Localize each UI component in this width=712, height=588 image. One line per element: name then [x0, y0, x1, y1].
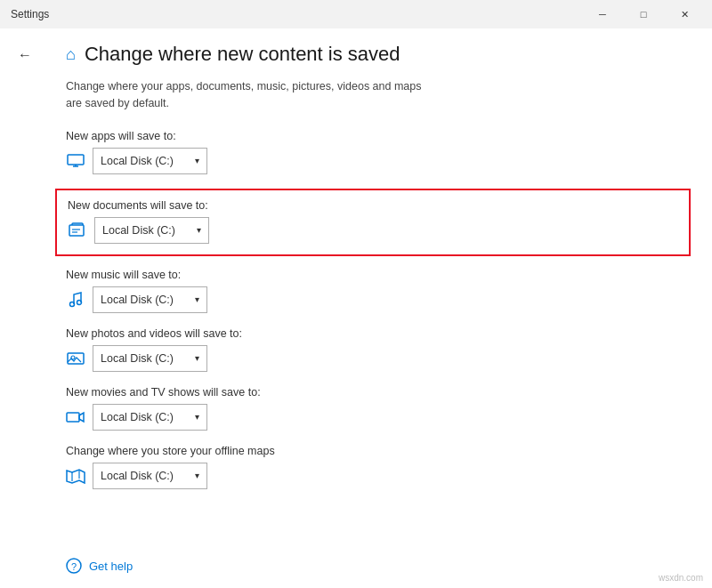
title-bar-controls: ─ □ ✕ [582, 0, 705, 28]
title-bar: Settings ─ □ ✕ [0, 0, 712, 28]
close-button[interactable]: ✕ [664, 0, 705, 28]
help-icon: ? [66, 558, 82, 574]
title-bar-title: Settings [11, 8, 49, 20]
home-icon: ⌂ [66, 45, 76, 64]
music-dropdown[interactable]: Local Disk (C:) ▾ [93, 286, 207, 313]
setting-row-music: New music will save to: Local Disk (C:) … [66, 269, 691, 313]
movies-dropdown-chevron: ▾ [195, 412, 199, 422]
help-section: ? Get help [66, 558, 691, 574]
photos-dropdown-value: Local Disk (C:) [101, 352, 174, 365]
svg-rect-3 [69, 225, 84, 236]
setting-control-movies: Local Disk (C:) ▾ [66, 404, 691, 431]
maps-dropdown-value: Local Disk (C:) [101, 470, 174, 482]
documents-icon [68, 222, 87, 238]
page-title: Change where new content is saved [85, 43, 400, 66]
setting-label-maps: Change where you store your offline maps [66, 445, 691, 457]
svg-point-7 [77, 300, 82, 304]
setting-label-apps: New apps will save to: [66, 130, 691, 142]
setting-row-documents: New documents will save to: Local Disk (… [55, 189, 691, 256]
setting-control-apps: Local Disk (C:) ▾ [66, 148, 691, 174]
documents-dropdown-value: Local Disk (C:) [102, 224, 175, 237]
setting-control-documents: Local Disk (C:) ▾ [68, 217, 678, 244]
get-help-link[interactable]: Get help [89, 560, 133, 573]
apps-dropdown-value: Local Disk (C:) [101, 155, 174, 167]
apps-dropdown-chevron: ▾ [195, 156, 199, 165]
setting-control-music: Local Disk (C:) ▾ [66, 286, 691, 313]
setting-label-documents: New documents will save to: [68, 199, 678, 212]
apps-dropdown[interactable]: Local Disk (C:) ▾ [93, 148, 207, 174]
minimize-button[interactable]: ─ [582, 0, 623, 28]
watermark: wsxdn.com [659, 573, 703, 583]
setting-label-music: New music will save to: [66, 269, 691, 281]
svg-rect-10 [67, 413, 79, 422]
movies-icon [66, 410, 85, 424]
setting-control-photos: Local Disk (C:) ▾ [66, 345, 691, 372]
page-title-row: ⌂ Change where new content is saved [66, 43, 691, 66]
setting-row-movies: New movies and TV shows will save to: Lo… [66, 386, 691, 431]
setting-control-maps: Local Disk (C:) ▾ [66, 463, 691, 489]
setting-row-apps: New apps will save to: Local Disk (C:) ▾ [66, 130, 691, 174]
page-description: Change where your apps, documents, music… [66, 78, 440, 112]
movies-dropdown-value: Local Disk (C:) [101, 411, 174, 423]
svg-text:?: ? [71, 561, 77, 572]
maximize-button[interactable]: □ [623, 0, 664, 28]
music-dropdown-chevron: ▾ [195, 294, 199, 304]
movies-dropdown[interactable]: Local Disk (C:) ▾ [93, 404, 207, 431]
maps-dropdown-chevron: ▾ [195, 471, 199, 480]
setting-label-movies: New movies and TV shows will save to: [66, 386, 691, 399]
setting-row-maps: Change where you store your offline maps… [66, 445, 691, 489]
title-bar-left: Settings [11, 8, 49, 20]
maps-dropdown[interactable]: Local Disk (C:) ▾ [93, 463, 207, 489]
photos-dropdown[interactable]: Local Disk (C:) ▾ [93, 345, 207, 372]
documents-dropdown-chevron: ▾ [197, 225, 201, 235]
documents-dropdown[interactable]: Local Disk (C:) ▾ [94, 217, 209, 244]
maps-icon [66, 468, 85, 484]
setting-row-photos: New photos and videos will save to: Loca… [66, 327, 691, 372]
settings-container: ⌂ Change where new content is saved Chan… [44, 28, 712, 588]
music-icon [66, 292, 85, 308]
photos-icon [66, 351, 85, 366]
setting-label-photos: New photos and videos will save to: [66, 327, 691, 340]
monitor-icon [66, 154, 85, 168]
back-button[interactable]: ← [12, 43, 37, 68]
photos-dropdown-chevron: ▾ [195, 353, 199, 363]
svg-point-6 [70, 302, 75, 306]
svg-rect-0 [68, 155, 84, 165]
music-dropdown-value: Local Disk (C:) [101, 294, 174, 306]
